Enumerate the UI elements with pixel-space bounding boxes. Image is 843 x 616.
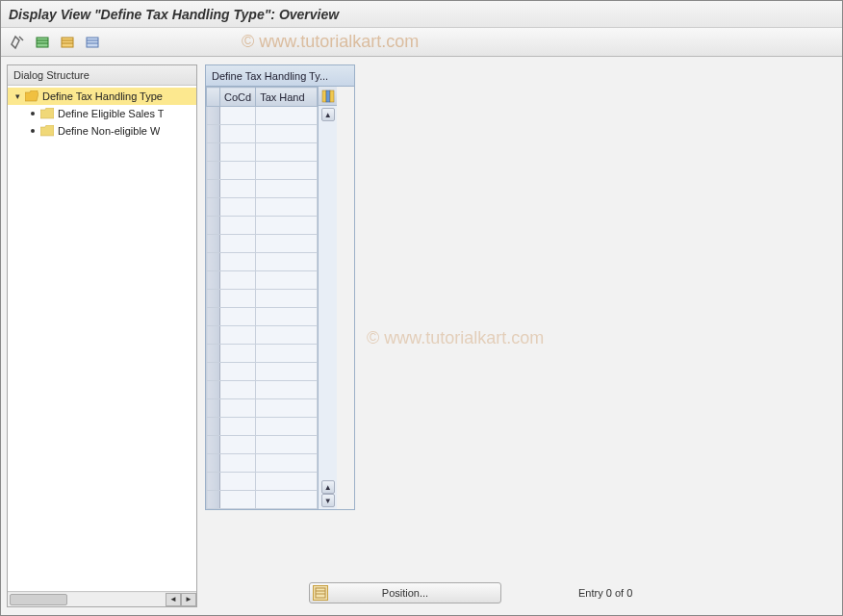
cell-cocd[interactable] (220, 326, 256, 345)
hscroll-left-button[interactable]: ◄ (166, 593, 181, 606)
cell-cocd[interactable] (220, 125, 256, 143)
position-button[interactable]: Position... (309, 582, 501, 603)
table-row[interactable] (207, 381, 318, 399)
row-selector[interactable] (207, 107, 220, 125)
table-row[interactable] (207, 308, 318, 326)
deselect-all-button[interactable] (82, 32, 103, 53)
table-row[interactable] (207, 253, 318, 271)
hscroll-track[interactable] (8, 593, 166, 606)
row-selector[interactable] (207, 436, 220, 454)
row-selector[interactable] (207, 363, 220, 381)
row-selector[interactable] (207, 271, 220, 290)
cell-taxhand[interactable] (256, 107, 318, 125)
table-row[interactable] (207, 326, 318, 345)
cell-cocd[interactable] (220, 198, 256, 217)
table-row[interactable] (207, 143, 318, 162)
cell-taxhand[interactable] (256, 381, 318, 399)
table-row[interactable] (207, 454, 318, 473)
row-selector[interactable] (207, 198, 220, 217)
tree-item-define-tax-handling-type[interactable]: ▾ Define Tax Handling Type (8, 88, 196, 105)
cell-cocd[interactable] (220, 143, 256, 162)
row-selector[interactable] (207, 491, 220, 509)
cell-taxhand[interactable] (256, 491, 318, 509)
table-row[interactable] (207, 198, 318, 217)
table-row[interactable] (207, 271, 318, 290)
row-selector[interactable] (207, 162, 220, 180)
vscroll-up-button[interactable]: ▲ (321, 108, 335, 121)
cell-taxhand[interactable] (256, 290, 318, 308)
cell-taxhand[interactable] (256, 454, 318, 473)
cell-cocd[interactable] (220, 491, 256, 509)
cell-cocd[interactable] (220, 107, 256, 125)
row-selector[interactable] (207, 125, 220, 143)
row-selector[interactable] (207, 180, 220, 198)
row-selector[interactable] (207, 253, 220, 271)
select-block-button[interactable] (57, 32, 78, 53)
table-row[interactable] (207, 290, 318, 308)
cell-taxhand[interactable] (256, 418, 318, 436)
table-row[interactable] (207, 217, 318, 235)
cell-cocd[interactable] (220, 381, 256, 399)
cell-taxhand[interactable] (256, 125, 318, 143)
table-row[interactable] (207, 180, 318, 198)
cell-cocd[interactable] (220, 345, 256, 363)
cell-taxhand[interactable] (256, 180, 318, 198)
cell-cocd[interactable] (220, 454, 256, 473)
row-selector[interactable] (207, 143, 220, 162)
row-selector-header[interactable] (207, 88, 220, 107)
row-selector[interactable] (207, 235, 220, 253)
row-selector[interactable] (207, 418, 220, 436)
cell-taxhand[interactable] (256, 308, 318, 326)
row-selector[interactable] (207, 381, 220, 399)
table-row[interactable] (207, 436, 318, 454)
cell-taxhand[interactable] (256, 271, 318, 290)
table-row[interactable] (207, 418, 318, 436)
configure-columns-button[interactable] (319, 87, 337, 106)
cell-cocd[interactable] (220, 363, 256, 381)
table-row[interactable] (207, 162, 318, 180)
table-row[interactable] (207, 107, 318, 125)
column-header-taxhand[interactable]: Tax Hand (256, 88, 318, 107)
row-selector[interactable] (207, 290, 220, 308)
table-row[interactable] (207, 125, 318, 143)
dialog-tree[interactable]: ▾ Define Tax Handling Type Define Eligib… (8, 86, 196, 591)
table-row[interactable] (207, 473, 318, 491)
cell-cocd[interactable] (220, 235, 256, 253)
row-selector[interactable] (207, 473, 220, 491)
row-selector[interactable] (207, 399, 220, 418)
cell-taxhand[interactable] (256, 235, 318, 253)
cell-taxhand[interactable] (256, 143, 318, 162)
row-selector[interactable] (207, 217, 220, 235)
toggle-change-mode-button[interactable] (7, 32, 28, 53)
cell-cocd[interactable] (220, 308, 256, 326)
table-row[interactable] (207, 491, 318, 509)
table-row[interactable] (207, 363, 318, 381)
table-row[interactable] (207, 345, 318, 363)
row-selector[interactable] (207, 326, 220, 345)
vscroll-down-button[interactable]: ▼ (321, 494, 335, 507)
tree-collapse-icon[interactable]: ▾ (15, 91, 25, 101)
cell-cocd[interactable] (220, 253, 256, 271)
cell-cocd[interactable] (220, 473, 256, 491)
row-selector[interactable] (207, 345, 220, 363)
cell-cocd[interactable] (220, 162, 256, 180)
cell-cocd[interactable] (220, 399, 256, 418)
tree-item-define-non-eligible[interactable]: Define Non-eligible W (8, 122, 196, 140)
cell-taxhand[interactable] (256, 217, 318, 235)
tree-item-define-eligible-sales[interactable]: Define Eligible Sales T (8, 105, 196, 122)
select-all-button[interactable] (32, 32, 53, 53)
cell-cocd[interactable] (220, 290, 256, 308)
cell-taxhand[interactable] (256, 436, 318, 454)
cell-taxhand[interactable] (256, 345, 318, 363)
cell-taxhand[interactable] (256, 326, 318, 345)
cell-cocd[interactable] (220, 418, 256, 436)
cell-taxhand[interactable] (256, 473, 318, 491)
cell-cocd[interactable] (220, 271, 256, 290)
dialog-hscrollbar[interactable]: ◄ ► (8, 591, 196, 606)
cell-taxhand[interactable] (256, 198, 318, 217)
cell-taxhand[interactable] (256, 162, 318, 180)
table-row[interactable] (207, 235, 318, 253)
row-selector[interactable] (207, 308, 220, 326)
cell-cocd[interactable] (220, 436, 256, 454)
data-grid[interactable]: CoCd Tax Hand (206, 87, 318, 509)
